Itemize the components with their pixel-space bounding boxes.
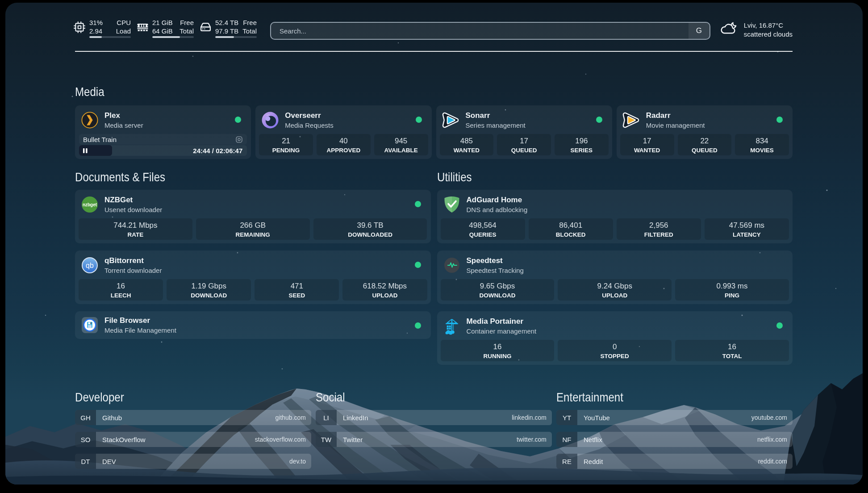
svg-text:nzbget: nzbget <box>83 202 97 207</box>
svg-text:qb: qb <box>86 262 94 269</box>
